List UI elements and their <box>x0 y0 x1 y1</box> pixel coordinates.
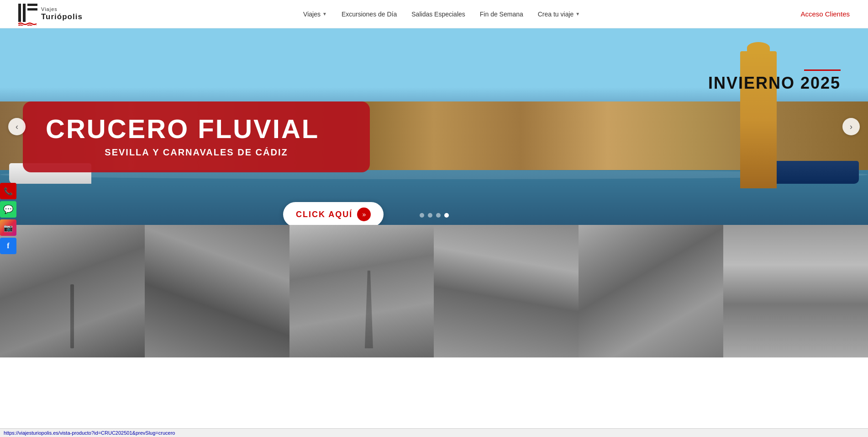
social-facebook-button[interactable]: f <box>0 238 16 254</box>
cta-button[interactable]: CLICK AQUÍ » <box>283 202 384 225</box>
whatsapp-icon: 💬 <box>3 204 13 214</box>
hero-banner-subtitle: SEVILLA Y CARNAVALES DE CÁDIZ <box>46 147 347 158</box>
photo-item-1[interactable] <box>0 225 145 357</box>
facebook-icon: f <box>7 242 9 250</box>
crea-dropdown-arrow: ▼ <box>575 11 580 16</box>
nav-item-salidas[interactable]: Salidas Especiales <box>411 10 465 18</box>
season-badge-line <box>804 69 841 71</box>
slider-dot-2[interactable] <box>428 213 432 218</box>
hero-banner: CRUCERO FLUVIAL SEVILLA Y CARNAVALES DE … <box>23 101 370 172</box>
slider-prev-button[interactable]: ‹ <box>8 118 26 135</box>
photo-strip <box>0 225 868 357</box>
brand-viajes: Viajes <box>41 6 83 12</box>
viajes-dropdown-arrow: ▼ <box>322 11 327 16</box>
nav-item-excursiones[interactable]: Excursiones de Día <box>342 10 397 18</box>
photo-item-3[interactable] <box>289 225 434 357</box>
social-instagram-button[interactable]: 📷 <box>0 219 16 236</box>
hero-boat-right <box>768 161 859 184</box>
photo-inner-5 <box>579 225 723 357</box>
svg-rect-1 <box>23 4 26 22</box>
photo-inner-3 <box>289 225 434 357</box>
phone-icon: 📞 <box>4 187 13 196</box>
photo-item-4[interactable] <box>434 225 579 357</box>
slider-dot-1[interactable] <box>420 213 424 218</box>
photo-inner-6 <box>723 225 868 357</box>
cta-arrow-icon: » <box>357 208 371 221</box>
photo-inner-1 <box>0 225 145 357</box>
photo-inner-2 <box>145 225 289 357</box>
nav-item-viajes[interactable]: Viajes ▼ <box>303 11 327 18</box>
svg-rect-0 <box>18 4 21 22</box>
social-phone-button[interactable]: 📞 <box>0 183 16 199</box>
photo-item-2[interactable] <box>145 225 289 357</box>
instagram-icon: 📷 <box>4 224 13 232</box>
slider-dot-4[interactable] <box>444 213 449 218</box>
site-header: Viajes Turiópolis Viajes ▼ Excursiones d… <box>0 0 868 28</box>
slider-next-button[interactable]: › <box>842 118 860 135</box>
social-whatsapp-button[interactable]: 💬 <box>0 201 16 218</box>
season-badge: INVIERNO 2025 <box>708 69 841 93</box>
slider-dot-3[interactable] <box>436 213 441 218</box>
photo-item-5[interactable] <box>579 225 723 357</box>
hero-banner-title: CRUCERO FLUVIAL <box>46 114 347 144</box>
nav-item-fin-semana[interactable]: Fin de Semana <box>480 10 523 18</box>
social-float-bar: 📞 💬 📷 f <box>0 183 16 254</box>
svg-rect-2 <box>27 4 37 6</box>
hero-slider: CRUCERO FLUVIAL SEVILLA Y CARNAVALES DE … <box>0 28 868 225</box>
brand-turiopolis: Turiópolis <box>41 12 83 21</box>
next-arrow-icon: › <box>850 122 852 132</box>
photo-item-6[interactable] <box>723 225 868 357</box>
main-nav: Viajes ▼ Excursiones de Día Salidas Espe… <box>303 10 580 18</box>
nav-item-crea[interactable]: Crea tu viaje ▼ <box>538 11 580 18</box>
logo-icon <box>18 3 38 26</box>
season-badge-text: INVIERNO 2025 <box>708 74 841 93</box>
logo[interactable]: Viajes Turiópolis <box>18 3 83 26</box>
acceso-clientes-link[interactable]: Acceso Clientes <box>800 10 850 18</box>
cta-button-text: CLICK AQUÍ <box>296 210 352 219</box>
photo-inner-4 <box>434 225 579 357</box>
slider-dots <box>420 213 449 218</box>
prev-arrow-icon: ‹ <box>16 122 18 132</box>
svg-rect-3 <box>27 8 37 11</box>
